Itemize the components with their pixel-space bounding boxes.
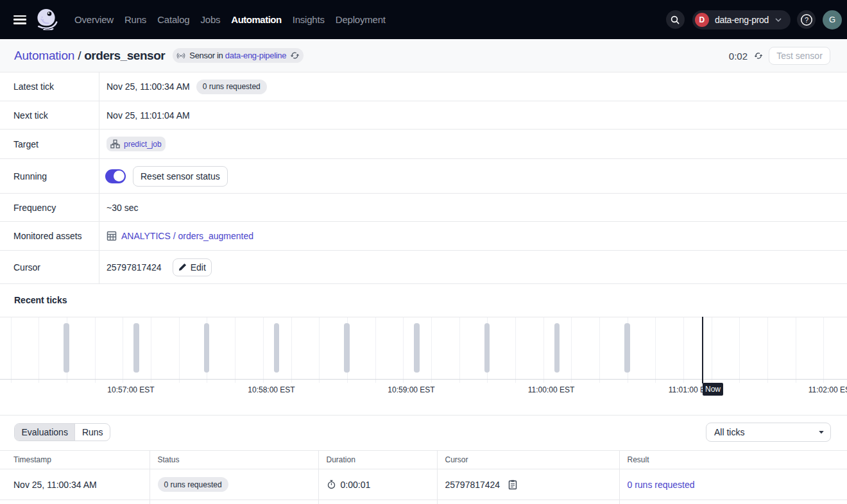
svg-text:?: ? — [804, 16, 808, 24]
